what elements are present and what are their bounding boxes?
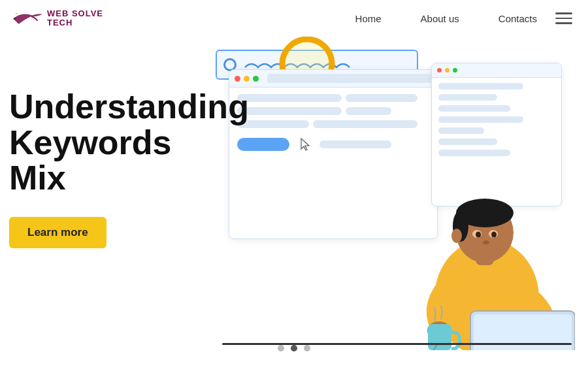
browser-bar-2	[346, 94, 417, 102]
learn-more-button[interactable]: Learn more	[9, 217, 106, 248]
svg-point-13	[491, 232, 497, 238]
svg-marker-1	[15, 12, 18, 14]
svg-marker-4	[301, 139, 309, 150]
carousel-dot-1[interactable]	[278, 345, 284, 351]
carousel-dot-2[interactable]	[291, 345, 297, 351]
hamburger-menu[interactable]	[555, 12, 572, 24]
browser-dot-green	[253, 76, 259, 82]
cursor-icon	[299, 137, 313, 152]
mini-dot-red	[437, 68, 442, 73]
hero-text-block: Understanding Keywords Mix Learn more	[9, 89, 218, 248]
browser-button-pill	[237, 138, 289, 151]
logo: WEB SOLVE TECH	[10, 8, 103, 29]
hamburger-line-3	[555, 22, 572, 24]
person-illustration	[392, 122, 575, 350]
desk-line	[222, 343, 572, 345]
browser-bar-3	[237, 107, 342, 115]
nav-home[interactable]: Home	[355, 13, 382, 24]
carousel-dot-3[interactable]	[304, 345, 310, 351]
logo-text: WEB SOLVE TECH	[47, 9, 103, 28]
nav-contacts[interactable]: Contacts	[498, 13, 537, 24]
hero-title-line1: Understanding	[9, 88, 249, 125]
browser-bar-7	[319, 140, 391, 148]
mini-bar-3	[438, 105, 510, 112]
svg-point-15	[451, 229, 462, 243]
mini-topbar	[432, 63, 561, 78]
hamburger-line-2	[555, 18, 572, 20]
mini-dot-green	[453, 68, 457, 73]
hero-illustration	[189, 37, 575, 363]
mini-dot-yellow	[445, 68, 449, 73]
hero-title: Understanding Keywords Mix	[9, 89, 218, 196]
mini-bar-1	[438, 83, 523, 90]
hamburger-line-1	[555, 12, 572, 14]
browser-topbar	[229, 70, 437, 88]
logo-icon	[10, 8, 43, 29]
svg-rect-20	[428, 324, 451, 350]
main-nav: Home About us Contacts	[355, 13, 537, 24]
header: WEB SOLVE TECH Home About us Contacts	[0, 0, 588, 37]
browser-dot-red	[235, 76, 240, 82]
carousel-dots	[278, 345, 310, 351]
svg-point-12	[476, 232, 481, 238]
browser-bar-4	[346, 107, 391, 115]
mini-bar-2	[438, 94, 497, 101]
nav-about[interactable]: About us	[421, 13, 459, 24]
hero-title-line2: Keywords	[9, 123, 172, 161]
hero-title-line3: Mix	[9, 159, 66, 197]
browser-bar-1	[237, 94, 342, 102]
svg-point-14	[483, 240, 489, 244]
browser-dot-yellow	[244, 76, 250, 82]
hero-section: Understanding Keywords Mix Learn more	[0, 37, 588, 363]
browser-url-bar	[267, 74, 432, 83]
svg-point-0	[14, 18, 16, 20]
